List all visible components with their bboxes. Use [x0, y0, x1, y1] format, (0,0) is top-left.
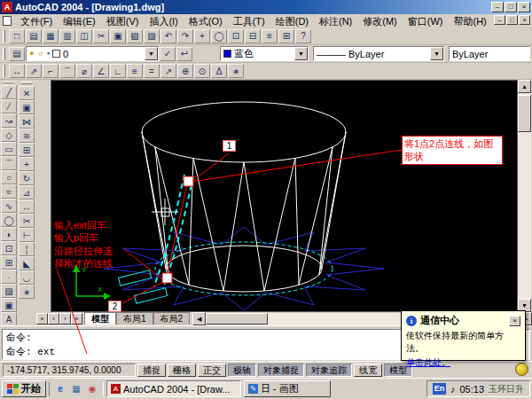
close-icon[interactable]: × — [518, 2, 530, 12]
scroll-left-icon[interactable]: ◀ — [192, 312, 206, 325]
ellipse-arc-icon[interactable]: ◗ — [1, 227, 17, 241]
array-icon[interactable]: ⊞ — [19, 143, 35, 157]
rotate-icon[interactable]: ↻ — [19, 171, 35, 185]
layout-tab[interactable]: 模型 — [84, 312, 116, 325]
drawing-canvas[interactable]: Y X 将1点2点连线，如图形状 输入ext回车 输入p回车 沿路径拉伸选 择刚… — [51, 80, 518, 312]
multiline-text-icon[interactable]: A — [1, 312, 17, 326]
taskbar-task[interactable]: ✎ 日 - 画图 — [244, 380, 331, 397]
volume-icon[interactable]: ♪ — [450, 384, 456, 395]
menu-item[interactable]: 窗口(W) — [403, 15, 449, 27]
extend-icon[interactable]: ⊢ — [19, 228, 35, 242]
offset-icon[interactable]: ≋ — [19, 129, 35, 143]
scrollbar-thumb[interactable] — [518, 95, 531, 132]
menu-item[interactable]: 工具(T) — [228, 15, 270, 27]
chevron-down-icon[interactable]: ▼ — [430, 47, 443, 60]
status-toggle[interactable]: 对象捕捉 — [258, 364, 304, 377]
toolbar-grip[interactable] — [3, 65, 5, 77]
arc-icon[interactable]: ⌒ — [1, 156, 17, 170]
menu-item[interactable]: 编辑(E) — [58, 15, 101, 27]
restore-icon[interactable]: □ — [505, 2, 517, 12]
layer-previous-icon[interactable]: ↩ — [176, 47, 192, 61]
mirror-icon[interactable]: ⋈ — [19, 114, 35, 129]
explode-icon[interactable]: ∗ — [19, 285, 35, 299]
leader-icon[interactable]: ↗ — [160, 64, 176, 78]
polyline-icon[interactable]: ↝ — [1, 113, 17, 128]
center-mark-icon[interactable]: ⊙ — [194, 64, 210, 78]
linear-dimension-icon[interactable]: ↔ — [9, 64, 25, 78]
stretch-icon[interactable]: ↔ — [19, 200, 35, 214]
scroll-up-icon[interactable]: ▲ — [518, 80, 531, 93]
angular-dimension-icon[interactable]: ∠ — [93, 64, 109, 78]
tab-last-icon[interactable]: » — [71, 313, 82, 325]
zoom-previous-icon[interactable]: ⊟ — [245, 29, 261, 43]
scale-icon[interactable]: ⊿ — [19, 185, 35, 200]
color-select[interactable]: 蓝色 ▼ — [220, 46, 309, 61]
revision-cloud-icon[interactable]: ≈ — [1, 184, 17, 199]
ordinate-dimension-icon[interactable]: ⌐ — [43, 64, 59, 78]
toolbar-grip[interactable] — [21, 82, 32, 84]
menu-item[interactable]: 标注(N) — [314, 15, 357, 27]
make-block-icon[interactable]: ⊞ — [1, 255, 17, 270]
layer-select[interactable]: ● ☼ ▪ 0 ▼ — [26, 46, 159, 61]
minimize-icon[interactable]: – — [491, 2, 504, 12]
undo-icon[interactable]: ↶ — [160, 29, 176, 43]
menu-item[interactable]: 文件(F) — [15, 15, 58, 27]
toolbar-grip[interactable] — [3, 48, 5, 60]
zoom-realtime-icon[interactable]: ◯ — [211, 29, 227, 43]
print-icon[interactable]: ▥ — [59, 29, 75, 43]
point-icon[interactable]: ∙ — [1, 270, 17, 284]
ie-icon[interactable]: e — [53, 382, 67, 396]
menu-item[interactable]: 绘图(D) — [270, 15, 314, 27]
construction-line-icon[interactable]: ⁄ — [1, 99, 17, 113]
popup-link[interactable]: 单击此处。 — [406, 356, 450, 369]
dimension-edit-icon[interactable]: Δ — [211, 64, 227, 78]
status-toggle[interactable]: 线宽 — [354, 364, 382, 377]
status-toggle[interactable]: 正交 — [198, 364, 226, 377]
match-properties-icon[interactable]: ▨ — [144, 29, 160, 43]
continue-dimension-icon[interactable]: = — [144, 64, 160, 78]
show-desktop-icon[interactable]: ▦ — [69, 382, 83, 396]
tolerance-icon[interactable]: ⊕ — [177, 64, 193, 78]
baseline-dimension-icon[interactable]: ≡ — [127, 64, 143, 78]
circle-icon[interactable]: ○ — [1, 170, 17, 184]
fillet-icon[interactable]: ◡ — [19, 270, 35, 285]
status-toggle[interactable]: 栅格 — [168, 364, 196, 377]
new-file-icon[interactable]: □ — [9, 29, 25, 43]
media-player-icon[interactable]: ◉ — [85, 382, 99, 396]
close-icon[interactable]: × — [509, 316, 520, 326]
region-icon[interactable]: ▣ — [1, 298, 17, 312]
copy-icon[interactable]: ▣ — [110, 29, 126, 43]
menu-item[interactable]: 格式(O) — [184, 15, 228, 27]
properties-icon[interactable]: ≡ — [262, 29, 278, 43]
layer-properties-icon[interactable]: ▤ — [9, 47, 25, 61]
help-icon[interactable]: ? — [295, 29, 311, 43]
toolbar-grip[interactable] — [3, 30, 5, 43]
start-button[interactable]: 开始 — [2, 380, 46, 397]
trim-icon[interactable]: ✂ — [19, 214, 35, 228]
menu-item[interactable]: 插入(I) — [144, 15, 183, 27]
lineweight-select[interactable]: ByLayer — [449, 46, 530, 61]
layout-tab[interactable]: 布局1 — [116, 312, 153, 325]
polygon-icon[interactable]: ◇ — [1, 128, 17, 142]
chevron-down-icon[interactable]: ▼ — [145, 47, 158, 60]
hatch-icon[interactable]: ▨ — [1, 284, 17, 298]
chamfer-icon[interactable]: ◣ — [19, 256, 35, 270]
print-preview-icon[interactable]: ◫ — [76, 29, 92, 43]
radius-dimension-icon[interactable]: ⌒ — [59, 64, 75, 78]
paste-icon[interactable]: ▧ — [127, 29, 143, 43]
taskbar-task[interactable]: A AutoCAD 2004 - [Draw... — [106, 380, 241, 397]
tab-prev-icon[interactable]: ‹ — [48, 313, 59, 325]
language-indicator[interactable]: En — [433, 383, 446, 395]
doc-close-icon[interactable]: × — [519, 15, 530, 25]
dimension-style-icon[interactable]: ∗ — [228, 64, 244, 78]
break-icon[interactable]: ¦ — [19, 242, 35, 256]
copy-object-icon[interactable]: ▣ — [19, 100, 35, 114]
pan-icon[interactable]: + — [194, 29, 210, 43]
quick-dimension-icon[interactable]: ∟ — [110, 64, 126, 78]
menu-item[interactable]: 帮助(H) — [449, 15, 492, 27]
status-toggle[interactable]: 对象追踪 — [306, 364, 352, 377]
status-toggle[interactable]: 极轴 — [228, 364, 256, 377]
aligned-dimension-icon[interactable]: ⇗ — [26, 64, 42, 78]
diameter-dimension-icon[interactable]: ⌀ — [76, 64, 92, 78]
ellipse-icon[interactable]: ◯ — [1, 213, 17, 227]
